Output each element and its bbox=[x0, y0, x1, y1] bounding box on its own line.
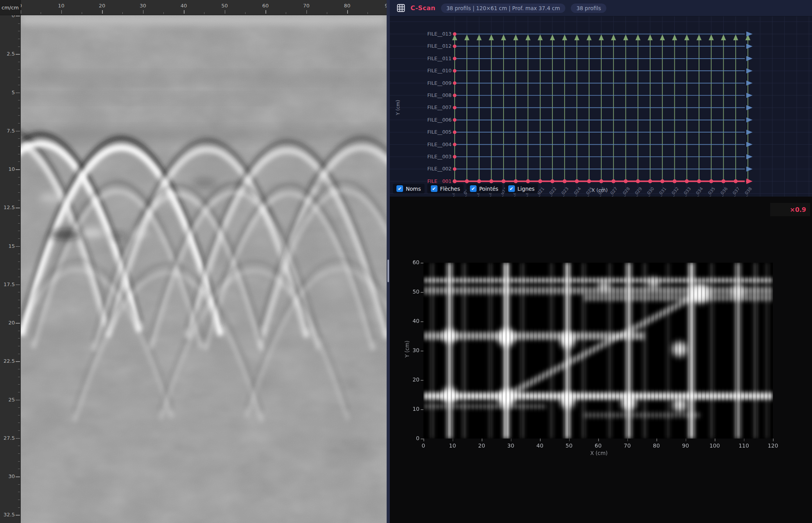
profile-count-badge: 38 profils bbox=[571, 4, 606, 13]
checkbox-icon[interactable]: ✔ bbox=[396, 185, 403, 192]
horizontal-profile-label[interactable]: FILE__011 bbox=[424, 56, 452, 61]
map-x-tick-label: 10 bbox=[446, 442, 460, 449]
map-y-tick-label: 20 bbox=[406, 376, 419, 383]
cscan-header: C-Scan 38 profils | 120×61 cm | Prof. ma… bbox=[390, 0, 812, 16]
horizontal-profile-label[interactable]: FILE__004 bbox=[424, 141, 452, 147]
top-ruler-tick-label: 60 bbox=[262, 3, 269, 9]
left-ruler-tick-label: 12.5 bbox=[0, 204, 15, 210]
grid-icon bbox=[397, 4, 405, 12]
map-x-tick-label: 80 bbox=[649, 442, 663, 449]
cscan-map-panel: ×0.9 01020304050607080901001101200102030… bbox=[390, 197, 812, 523]
horizontal-profile-label[interactable]: FILE__005 bbox=[424, 129, 452, 135]
option-noms[interactable]: ✔Noms bbox=[393, 184, 425, 193]
horizontal-profile-label[interactable]: FILE__003 bbox=[424, 154, 452, 159]
vertical-ruler: 02.557.51012.51517.52022.52527.53032.5 bbox=[0, 15, 21, 523]
map-y-tick-label: 60 bbox=[406, 259, 419, 265]
checkbox-icon[interactable]: ✔ bbox=[431, 185, 437, 192]
left-ruler-tick-label: 15 bbox=[0, 243, 15, 249]
top-ruler-tick-label: 30 bbox=[139, 3, 147, 9]
horizontal-ruler: 0102030405060708090 bbox=[20, 0, 387, 15]
checkbox-label: Flèches bbox=[440, 186, 460, 192]
display-options-row: ✔Noms✔Flèches✔Pointés✔Lignes bbox=[393, 184, 538, 193]
bscan-panel: cm/cm 0102030405060708090 02.557.51012.5… bbox=[0, 0, 387, 523]
ruler-unit-label: cm/cm bbox=[2, 5, 19, 11]
cscan-grid-panel: C-Scan 38 profils | 120×61 cm | Prof. ma… bbox=[390, 0, 812, 197]
grid-y-axis-label: Y (cm) bbox=[395, 94, 401, 121]
map-x-tick-label: 20 bbox=[475, 442, 489, 449]
top-ruler-tick-label: 70 bbox=[303, 3, 310, 9]
map-x-tick-label: 40 bbox=[533, 442, 547, 449]
checkbox-icon[interactable]: ✔ bbox=[508, 185, 515, 192]
horizontal-profile-label[interactable]: FILE__008 bbox=[424, 92, 452, 98]
bscan-radargram-image[interactable] bbox=[20, 15, 387, 523]
map-x-tick-label: 0 bbox=[416, 442, 430, 449]
zoom-scale-badge: ×0.9 bbox=[770, 203, 810, 216]
left-ruler-tick-label: 32.5 bbox=[0, 512, 15, 518]
map-x-tick-label: 100 bbox=[708, 442, 722, 449]
left-ruler-tick-label: 7.5 bbox=[0, 128, 15, 134]
profile-grid-plot[interactable]: FILE__001FILE__002FILE__003FILE__004FILE… bbox=[390, 16, 812, 197]
horizontal-profile-label[interactable]: FILE__013 bbox=[424, 31, 452, 37]
map-x-axis-label: X (cm) bbox=[583, 450, 615, 456]
left-ruler-tick-label: 27.5 bbox=[0, 435, 15, 441]
map-y-tick-label: 50 bbox=[406, 288, 419, 295]
option-lignes[interactable]: ✔Lignes bbox=[505, 184, 538, 193]
top-ruler-tick-label: 50 bbox=[221, 3, 229, 9]
top-ruler-tick-label: 80 bbox=[343, 3, 351, 9]
horizontal-profile-label[interactable]: FILE__002 bbox=[424, 166, 452, 172]
map-y-axis-label: Y (cm) bbox=[404, 335, 410, 363]
grid-x-axis-label: X (cm) bbox=[592, 187, 608, 193]
horizontal-profile-label[interactable]: FILE__010 bbox=[424, 68, 452, 73]
horizontal-profile-label[interactable]: FILE__006 bbox=[424, 117, 452, 123]
left-ruler-tick-label: 30 bbox=[0, 473, 15, 479]
checkbox-icon[interactable]: ✔ bbox=[470, 185, 477, 192]
map-x-tick-label: 90 bbox=[679, 442, 693, 449]
map-x-tick-label: 110 bbox=[737, 442, 751, 449]
top-ruler-tick-label: 90 bbox=[384, 3, 387, 9]
left-ruler-tick-label: 20 bbox=[0, 320, 15, 326]
map-x-tick-label: 70 bbox=[620, 442, 635, 449]
top-ruler-tick-label: 20 bbox=[98, 3, 106, 9]
map-x-tick-label: 30 bbox=[504, 442, 518, 449]
left-ruler-tick-label: 10 bbox=[0, 166, 15, 172]
left-ruler-tick-label: 25 bbox=[0, 397, 15, 403]
zoom-scale-value: ×0.9 bbox=[790, 206, 806, 213]
horizontal-profile-label[interactable]: FILE__007 bbox=[424, 104, 452, 110]
top-ruler-tick-label: 40 bbox=[180, 3, 188, 9]
ruler-unit-box: cm/cm bbox=[0, 0, 21, 15]
checkbox-label: Lignes bbox=[518, 186, 535, 192]
map-x-tick-label: 50 bbox=[562, 442, 576, 449]
map-y-tick-label: 10 bbox=[406, 406, 419, 412]
top-ruler-tick-label: 10 bbox=[57, 3, 65, 9]
checkbox-label: Noms bbox=[406, 186, 421, 192]
left-ruler-tick-label: 22.5 bbox=[0, 358, 15, 364]
splitter-drag-handle[interactable] bbox=[387, 260, 389, 282]
cscan-heatmap[interactable] bbox=[423, 263, 773, 439]
checkbox-label: Pointés bbox=[479, 186, 498, 192]
map-x-tick-label: 120 bbox=[766, 442, 780, 449]
option-pointés[interactable]: ✔Pointés bbox=[466, 184, 502, 193]
scan-summary-badge: 38 profils | 120×61 cm | Prof. max 37.4 … bbox=[441, 4, 566, 13]
left-ruler-tick-label: 2.5 bbox=[0, 51, 15, 57]
horizontal-profile-label[interactable]: FILE__009 bbox=[424, 80, 452, 86]
map-y-tick-label: 40 bbox=[406, 318, 419, 324]
map-x-tick-label: 60 bbox=[591, 442, 605, 449]
map-y-tick-label: 0 bbox=[406, 435, 419, 441]
horizontal-profile-label[interactable]: FILE__001 bbox=[424, 178, 452, 184]
cscan-title: C-Scan bbox=[410, 4, 436, 12]
option-flèches[interactable]: ✔Flèches bbox=[427, 184, 464, 193]
left-ruler-tick-label: 5 bbox=[0, 90, 15, 95]
left-ruler-tick-label: 17.5 bbox=[0, 281, 15, 287]
horizontal-profile-label[interactable]: FILE__012 bbox=[424, 43, 452, 49]
